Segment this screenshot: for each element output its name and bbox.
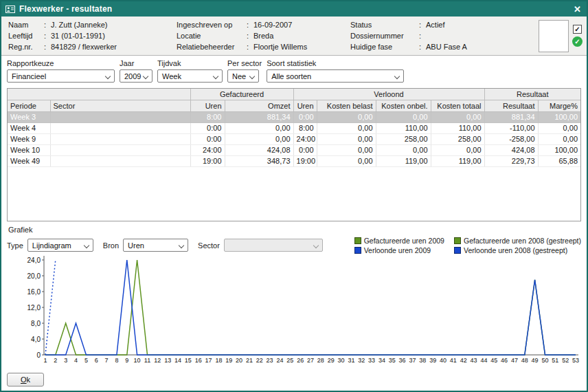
- svg-text:25: 25: [286, 357, 293, 364]
- svg-text:6: 6: [95, 357, 98, 364]
- svg-text:17: 17: [205, 357, 212, 364]
- table-row[interactable]: Week 90:000,0024:000,00258,00258,00-258,…: [8, 133, 580, 144]
- svg-text:50: 50: [541, 357, 548, 364]
- legend-item: Gefactureerde uren 2009: [354, 237, 444, 245]
- svg-text:12: 12: [154, 357, 161, 364]
- table-cell: 424,08: [225, 144, 293, 155]
- table-cell: 24:00: [293, 133, 317, 144]
- header-checkbox[interactable]: ✓: [573, 25, 582, 34]
- rapportkeuze-label: Rapportkeuze: [7, 59, 115, 67]
- filter-rapportkeuze: Rapportkeuze Financieel: [7, 59, 115, 83]
- svg-text:48: 48: [521, 357, 528, 364]
- table-cell: 110,00: [376, 122, 431, 133]
- table-group-header: [8, 89, 190, 100]
- table-row[interactable]: Week 4919:00348,7319:000,00119,00119,002…: [8, 155, 580, 166]
- legend-item: Verloonde uren 2009: [354, 246, 444, 254]
- svg-text:20,0: 20,0: [27, 272, 41, 280]
- table-cell: 0:00: [190, 122, 225, 133]
- svg-text:46: 46: [501, 357, 508, 364]
- table-row[interactable]: Week 40:000,008:000,00110,00110,00-110,0…: [8, 122, 580, 133]
- svg-text:16: 16: [195, 357, 202, 364]
- svg-text:33: 33: [368, 357, 375, 364]
- column-header[interactable]: Uren: [190, 100, 225, 111]
- column-header[interactable]: Kosten belast: [317, 100, 376, 111]
- table-cell: 0,00: [431, 144, 484, 155]
- graph-controls: Type Lijndiagram Bron Uren Sector Gefact…: [1, 236, 587, 254]
- bron-dropdown[interactable]: Uren: [123, 239, 188, 252]
- table-cell: 0,00: [225, 133, 293, 144]
- table-cell: 0,00: [317, 133, 376, 144]
- results-table-container: GefactureerdVerloondResultaat PeriodeSec…: [7, 88, 581, 221]
- field-label: Dossiernummer: [350, 32, 419, 40]
- svg-text:8,0: 8,0: [31, 320, 41, 327]
- rapportkeuze-dropdown[interactable]: Financieel: [7, 69, 115, 83]
- column-header[interactable]: Marge%: [538, 100, 580, 111]
- table-cell: 0,00: [317, 144, 376, 155]
- status-flags: ✓ ✓: [572, 19, 583, 52]
- svg-text:3: 3: [64, 357, 67, 364]
- svg-text:49: 49: [532, 357, 539, 364]
- flexwerker-results-window: Flexwerker - resultaten ✕ Naam:J. Zutt (…: [0, 0, 588, 392]
- table-cell: 0,00: [431, 111, 484, 122]
- table-cell: [50, 122, 190, 133]
- legend-label: Verloonde uren 2009: [364, 246, 431, 254]
- photo-placeholder: [539, 20, 569, 52]
- svg-text:1: 1: [43, 357, 47, 364]
- svg-text:9: 9: [125, 357, 128, 364]
- regnr-value: 841829 / flexwerker: [51, 43, 117, 51]
- sector-label: Sector: [198, 241, 220, 250]
- table-cell: 0,00: [317, 122, 376, 133]
- table-cell: 0,00: [317, 155, 376, 166]
- table-row[interactable]: Week 1024:00424,080:000,000,000,00424,08…: [8, 144, 580, 155]
- jaar-dropdown[interactable]: 2009: [120, 69, 152, 83]
- chart-type-dropdown[interactable]: Lijndiagram: [27, 239, 93, 252]
- table-cell: 8:00: [293, 122, 317, 133]
- info-column-1: Naam:J. Zutt (Janneke) Leeftijd:31 (01-0…: [8, 19, 177, 52]
- svg-text:0: 0: [36, 351, 41, 359]
- table-cell: 424,08: [484, 144, 538, 155]
- svg-text:36: 36: [399, 357, 406, 364]
- tijdvak-dropdown[interactable]: Week: [157, 69, 223, 83]
- per-sector-dropdown[interactable]: Nee: [227, 69, 259, 83]
- field-label: Relatiebeheerder: [177, 43, 247, 51]
- svg-text:40: 40: [440, 357, 446, 364]
- svg-text:24,0: 24,0: [27, 257, 41, 264]
- field-label: Ingeschreven op: [177, 21, 247, 29]
- table-cell: [50, 133, 190, 144]
- svg-text:47: 47: [511, 357, 518, 364]
- legend-swatch: [454, 237, 461, 244]
- column-header[interactable]: Resultaat: [484, 100, 538, 111]
- svg-text:12,0: 12,0: [27, 304, 41, 312]
- sector-dropdown: [224, 239, 323, 252]
- table-cell: -110,00: [484, 122, 538, 133]
- table-cell: 0,00: [225, 122, 293, 133]
- table-cell: [50, 155, 190, 166]
- table-group-header: Resultaat: [484, 89, 580, 100]
- table-cell: 24:00: [190, 144, 225, 155]
- jaar-label: Jaar: [120, 59, 152, 67]
- column-header[interactable]: Kosten totaal: [431, 100, 484, 111]
- column-header[interactable]: Omzet: [225, 100, 293, 111]
- table-cell: 65,88: [538, 155, 580, 166]
- table-cell: Week 9: [8, 133, 50, 144]
- column-header[interactable]: Periode: [8, 100, 50, 111]
- svg-text:4,0: 4,0: [31, 336, 41, 343]
- table-cell: 0:00: [190, 133, 225, 144]
- tijdvak-label: Tijdvak: [157, 59, 223, 67]
- close-icon[interactable]: ✕: [574, 5, 581, 14]
- svg-text:34: 34: [378, 357, 385, 364]
- ok-button[interactable]: Ok: [7, 373, 44, 386]
- column-header[interactable]: Kosten onbel.: [376, 100, 431, 111]
- results-table: GefactureerdVerloondResultaat PeriodeSec…: [8, 89, 580, 167]
- svg-text:30: 30: [337, 357, 344, 364]
- table-group-header: Verloond: [293, 89, 484, 100]
- line-chart: 04,08,012,016,020,024,012345678910111213…: [7, 256, 581, 366]
- column-header[interactable]: Sector: [50, 100, 190, 111]
- svg-text:26: 26: [297, 357, 304, 364]
- table-cell: 348,73: [225, 155, 293, 166]
- column-header[interactable]: Uren: [293, 100, 317, 111]
- soort-statistiek-dropdown[interactable]: Alle soorten: [267, 69, 404, 83]
- table-row[interactable]: Week 38:00881,340:000,000,000,00881,3410…: [8, 111, 580, 122]
- soort-statistiek-label: Soort statistiek: [267, 59, 404, 67]
- svg-text:14: 14: [174, 357, 181, 364]
